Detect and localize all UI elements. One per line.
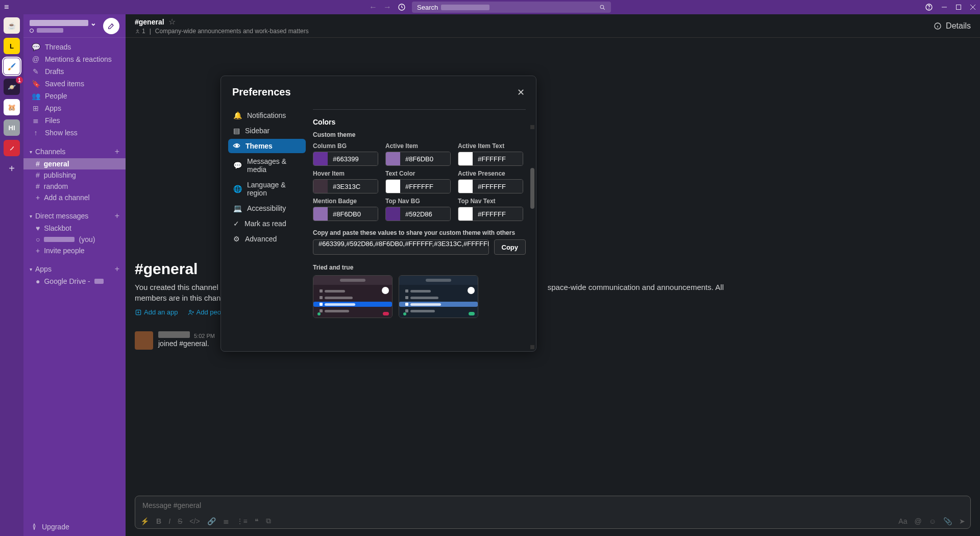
color-swatch[interactable] xyxy=(458,207,473,221)
color-swatch[interactable] xyxy=(458,152,473,165)
workspace-switcher-item[interactable]: HI xyxy=(4,119,20,136)
color-value[interactable]: #3E313C xyxy=(328,180,378,193)
lightning-icon[interactable]: ⚡ xyxy=(140,517,149,525)
ordered-list-icon[interactable]: ≣ xyxy=(223,517,229,525)
workspace-switcher-item[interactable]: L xyxy=(4,38,20,54)
send-icon[interactable]: ➤ xyxy=(959,517,965,525)
app-item[interactable]: ●Google Drive - xyxy=(23,276,126,287)
prefs-nav-messages-media[interactable]: 💬Messages & media xyxy=(228,154,306,177)
color-picker-active-item-text[interactable]: Active Item Text#FFFFFF xyxy=(458,142,523,166)
workspace-switcher-item[interactable]: 🪐1 xyxy=(4,79,20,95)
format-icon[interactable]: Aa xyxy=(898,517,907,525)
add-channel-icon[interactable]: + xyxy=(115,147,119,156)
italic-icon[interactable]: I xyxy=(168,517,170,525)
avatar[interactable] xyxy=(135,331,153,350)
nav-back-icon[interactable]: ← xyxy=(369,3,377,12)
channel-general[interactable]: #general xyxy=(23,158,126,169)
color-swatch[interactable] xyxy=(313,207,328,221)
add-dm-icon[interactable]: + xyxy=(115,211,119,221)
workspace-header[interactable]: ⌄ xyxy=(23,14,126,38)
sidebar-item-apps[interactable]: ⊞Apps xyxy=(23,102,126,114)
channel-title[interactable]: #general xyxy=(135,18,164,26)
link-icon[interactable]: 🔗 xyxy=(207,517,216,525)
message-timestamp[interactable]: 5:02 PM xyxy=(194,333,215,339)
prefs-nav-mark-as-read[interactable]: ✓Mark as read xyxy=(228,216,306,231)
theme-preset-1[interactable] xyxy=(399,275,478,318)
search-input[interactable]: Search xyxy=(412,2,611,13)
color-value[interactable]: #FFFFFF xyxy=(473,152,523,165)
copy-button[interactable]: Copy xyxy=(494,239,526,255)
channels-section-header[interactable]: ▾ Channels + xyxy=(23,145,126,158)
sidebar-item-threads[interactable]: 💬Threads xyxy=(23,41,126,53)
sidebar-item-files[interactable]: ≣Files xyxy=(23,114,126,127)
sidebar-item-drafts[interactable]: ✎Drafts xyxy=(23,65,126,78)
message-composer[interactable]: Message #general ⚡ B I S </> 🔗 ≣ ⋮≡ ❝ ⧉ … xyxy=(135,496,971,529)
apps-section-header[interactable]: ▾ Apps + xyxy=(23,262,126,276)
add-app-link[interactable]: Add an app xyxy=(135,308,178,316)
composer-input[interactable]: Message #general xyxy=(135,496,970,515)
color-value[interactable]: #8F6DB0 xyxy=(400,152,450,165)
help-icon[interactable] xyxy=(925,3,933,11)
channel-random[interactable]: #random xyxy=(23,181,126,192)
theme-string-input[interactable]: #663399,#592D86,#8F6DB0,#FFFFFF,#3E313C,… xyxy=(313,239,489,255)
hamburger-icon[interactable]: ≡ xyxy=(4,3,9,12)
bold-icon[interactable]: B xyxy=(156,517,161,525)
prefs-nav-accessibility[interactable]: 💻Accessibility xyxy=(228,201,306,215)
attach-icon[interactable]: 📎 xyxy=(943,517,952,525)
add-channel-link[interactable]: +Add a channel xyxy=(23,192,126,203)
color-picker-top-nav-text[interactable]: Top Nav Text#FFFFFF xyxy=(458,198,523,221)
message-username-redacted[interactable] xyxy=(158,331,190,338)
color-picker-active-item[interactable]: Active Item#8F6DB0 xyxy=(385,142,451,166)
add-app-icon[interactable]: + xyxy=(115,264,119,274)
color-value[interactable]: #FFFFFF xyxy=(473,207,523,221)
emoji-icon[interactable]: ☺ xyxy=(929,517,936,525)
workspace-switcher-item[interactable]: 🐹 xyxy=(4,99,20,115)
prefs-content[interactable]: Colors Custom theme Column BG#663399Acti… xyxy=(313,104,536,351)
color-picker-text-color[interactable]: Text Color#FFFFFF xyxy=(385,170,451,193)
channel-topic[interactable]: Company-wide announcements and work-base… xyxy=(155,28,309,35)
sidebar-item-show-less[interactable]: ↑Show less xyxy=(23,127,126,139)
color-swatch[interactable] xyxy=(313,152,328,165)
color-value[interactable]: #663399 xyxy=(328,152,378,165)
color-swatch[interactable] xyxy=(386,152,400,165)
dm-item[interactable]: ○ (you) xyxy=(23,234,126,245)
workspace-switcher-item[interactable]: 🖌️ xyxy=(4,58,20,75)
color-picker-mention-badge[interactable]: Mention Badge#8F6DB0 xyxy=(313,198,378,221)
color-swatch[interactable] xyxy=(386,207,400,221)
sidebar-item-people[interactable]: 👥People xyxy=(23,90,126,102)
color-value[interactable]: #592D86 xyxy=(400,207,450,221)
prefs-nav-notifications[interactable]: 🔔Notifications xyxy=(228,108,306,123)
prefs-nav-language-region[interactable]: 🌐Language & region xyxy=(228,178,306,200)
history-icon[interactable] xyxy=(398,3,406,11)
code-icon[interactable]: </> xyxy=(189,517,200,525)
close-icon[interactable] xyxy=(970,4,976,10)
dm-item[interactable]: ♥Slackbot xyxy=(23,223,126,234)
compose-button[interactable] xyxy=(103,18,119,34)
prefs-nav-sidebar[interactable]: ▤Sidebar xyxy=(228,124,306,138)
workspace-switcher-item[interactable]: ☕ xyxy=(4,17,20,34)
theme-preset-0[interactable] xyxy=(313,275,393,318)
details-button[interactable]: Details xyxy=(934,21,971,31)
scrollbar-thumb[interactable] xyxy=(530,168,534,209)
star-icon[interactable]: ☆ xyxy=(168,17,176,27)
workspace-switcher-item[interactable]: ⟋ xyxy=(4,140,20,156)
codeblock-icon[interactable]: ⧉ xyxy=(266,517,271,525)
minimize-icon[interactable] xyxy=(941,4,947,10)
color-swatch[interactable] xyxy=(313,180,328,193)
color-swatch[interactable] xyxy=(458,180,473,193)
bullet-list-icon[interactable]: ⋮≡ xyxy=(236,517,248,525)
mention-icon[interactable]: @ xyxy=(914,517,921,525)
color-picker-hover-item[interactable]: Hover Item#3E313C xyxy=(313,170,378,193)
strike-icon[interactable]: S xyxy=(178,517,182,525)
prefs-nav-advanced[interactable]: ⚙Advanced xyxy=(228,232,306,246)
add-workspace-icon[interactable]: + xyxy=(4,160,20,177)
color-value[interactable]: #8F6DB0 xyxy=(328,207,378,221)
upgrade-link[interactable]: Upgrade xyxy=(31,523,69,531)
scrollbar-down-icon[interactable] xyxy=(530,345,534,349)
scrollbar-up-icon[interactable] xyxy=(530,125,534,129)
color-value[interactable]: #FFFFFF xyxy=(400,180,450,193)
sidebar-item-mentions-reactions[interactable]: @Mentions & reactions xyxy=(23,53,126,65)
channel-publishing[interactable]: #publishing xyxy=(23,169,126,181)
invite-people-link[interactable]: +Invite people xyxy=(23,245,126,256)
quote-icon[interactable]: ❝ xyxy=(255,517,259,525)
